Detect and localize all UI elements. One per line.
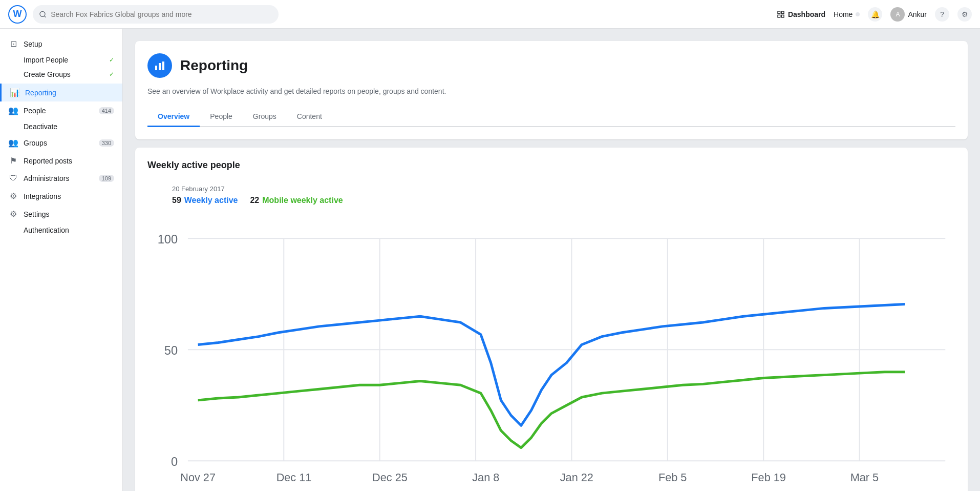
svg-text:Jan 22: Jan 22 bbox=[560, 471, 593, 484]
chart-date: 20 February 2017 bbox=[172, 185, 955, 193]
sidebar-item-create-groups[interactable]: Create Groups ✓ bbox=[0, 67, 122, 81]
home-dot bbox=[856, 12, 860, 16]
setup-icon: ⊡ bbox=[8, 39, 18, 49]
notifications-icon[interactable]: 🔔 bbox=[868, 7, 882, 22]
groups-icon: 👥 bbox=[8, 138, 18, 148]
chart-stats: 59 Weekly active 22 Mobile weekly active bbox=[172, 196, 955, 205]
page-header: Reporting bbox=[147, 53, 955, 78]
mobile-weekly-active-stat: 22 Mobile weekly active bbox=[250, 196, 343, 205]
avatar: A bbox=[890, 7, 905, 22]
sidebar-item-administrators[interactable]: 🛡 Administrators 109 bbox=[0, 170, 122, 187]
top-navigation: W Dashboard Home 🔔 A Ankur ? ⚙ bbox=[0, 0, 980, 29]
search-input[interactable] bbox=[51, 10, 272, 18]
svg-text:Mar 5: Mar 5 bbox=[850, 471, 879, 484]
reported-posts-icon: ⚑ bbox=[8, 156, 18, 166]
dashboard-icon bbox=[777, 10, 785, 18]
sidebar-item-import-people[interactable]: Import People ✓ bbox=[0, 53, 122, 67]
chart-legend: 20 February 2017 59 Weekly active 22 Mob… bbox=[147, 181, 955, 213]
administrators-icon: 🛡 bbox=[8, 174, 18, 183]
svg-text:Nov 27: Nov 27 bbox=[180, 471, 216, 484]
dashboard-link[interactable]: Dashboard bbox=[777, 10, 825, 18]
tab-groups[interactable]: Groups bbox=[243, 107, 287, 127]
tabs-bar: Overview People Groups Content bbox=[147, 107, 955, 127]
weekly-chart-card: Weekly active people 20 February 2017 59… bbox=[135, 148, 968, 491]
sidebar-item-setup[interactable]: ⊡ Setup bbox=[0, 35, 122, 53]
sidebar: ⊡ Setup Import People ✓ Create Groups ✓ … bbox=[0, 29, 123, 491]
sidebar-item-settings[interactable]: ⚙ Settings bbox=[0, 205, 122, 223]
administrators-badge: 109 bbox=[99, 175, 114, 182]
main-layout: ⊡ Setup Import People ✓ Create Groups ✓ … bbox=[0, 0, 980, 491]
chart-title: Weekly active people bbox=[147, 160, 955, 171]
svg-rect-3 bbox=[781, 11, 784, 14]
svg-rect-6 bbox=[155, 66, 157, 70]
weekly-active-label: Weekly active bbox=[184, 196, 238, 205]
app-logo[interactable]: W bbox=[8, 5, 27, 24]
groups-badge: 330 bbox=[99, 139, 114, 147]
tab-people[interactable]: People bbox=[200, 107, 243, 127]
mobile-weekly-active-label: Mobile weekly active bbox=[262, 196, 343, 205]
svg-rect-8 bbox=[162, 62, 164, 70]
svg-rect-2 bbox=[778, 11, 780, 14]
svg-text:0: 0 bbox=[171, 455, 178, 468]
sidebar-item-deactivate[interactable]: Deactivate bbox=[0, 119, 122, 134]
people-badge: 414 bbox=[99, 107, 114, 114]
create-groups-check: ✓ bbox=[109, 71, 114, 78]
setup-section: ⊡ Setup Import People ✓ Create Groups ✓ bbox=[0, 33, 122, 84]
svg-text:50: 50 bbox=[164, 344, 178, 357]
main-content: Reporting See an overview of Workplace a… bbox=[123, 29, 980, 491]
svg-rect-4 bbox=[781, 15, 784, 17]
svg-text:Feb 19: Feb 19 bbox=[751, 471, 786, 484]
sidebar-item-integrations[interactable]: ⚙ Integrations bbox=[0, 187, 122, 205]
tab-content[interactable]: Content bbox=[287, 107, 332, 127]
svg-text:Jan 8: Jan 8 bbox=[472, 471, 499, 484]
sidebar-item-groups[interactable]: 👥 Groups 330 bbox=[0, 134, 122, 152]
page-description: See an overview of Workplace activity an… bbox=[147, 86, 955, 97]
weekly-active-stat: 59 Weekly active bbox=[172, 196, 238, 205]
svg-text:Dec 11: Dec 11 bbox=[276, 471, 312, 484]
sidebar-item-people[interactable]: 👥 People 414 bbox=[0, 101, 122, 119]
svg-text:100: 100 bbox=[158, 233, 178, 246]
reporting-header-icon bbox=[147, 53, 172, 78]
search-bar[interactable] bbox=[33, 5, 279, 24]
sidebar-item-authentication[interactable]: Authentication bbox=[0, 223, 122, 237]
reporting-header-card: Reporting See an overview of Workplace a… bbox=[135, 41, 968, 139]
search-icon bbox=[39, 10, 47, 18]
help-icon[interactable]: ? bbox=[935, 7, 949, 22]
svg-point-0 bbox=[40, 11, 45, 16]
reporting-icon: 📊 bbox=[10, 88, 20, 97]
bar-chart-icon bbox=[154, 59, 166, 72]
svg-line-1 bbox=[45, 15, 46, 17]
user-menu[interactable]: A Ankur bbox=[890, 7, 927, 22]
tab-overview[interactable]: Overview bbox=[147, 107, 200, 127]
svg-text:Feb 5: Feb 5 bbox=[658, 471, 687, 484]
topnav-right: Dashboard Home 🔔 A Ankur ? ⚙ bbox=[777, 7, 972, 22]
line-chart: 100 50 0 bbox=[147, 213, 955, 491]
sidebar-item-reported-posts[interactable]: ⚑ Reported posts bbox=[0, 152, 122, 170]
svg-rect-5 bbox=[778, 15, 780, 17]
svg-text:Dec 25: Dec 25 bbox=[372, 471, 408, 484]
integrations-icon: ⚙ bbox=[8, 191, 18, 201]
people-icon: 👥 bbox=[8, 106, 18, 115]
home-link[interactable]: Home bbox=[834, 10, 860, 18]
sidebar-item-reporting[interactable]: 📊 Reporting bbox=[0, 84, 122, 101]
settings-icon[interactable]: ⚙ bbox=[957, 7, 972, 22]
chart-container: 100 50 0 bbox=[147, 213, 955, 491]
svg-rect-7 bbox=[159, 63, 161, 70]
import-check: ✓ bbox=[109, 56, 114, 64]
page-title: Reporting bbox=[180, 57, 248, 74]
settings-sidebar-icon: ⚙ bbox=[8, 209, 18, 219]
